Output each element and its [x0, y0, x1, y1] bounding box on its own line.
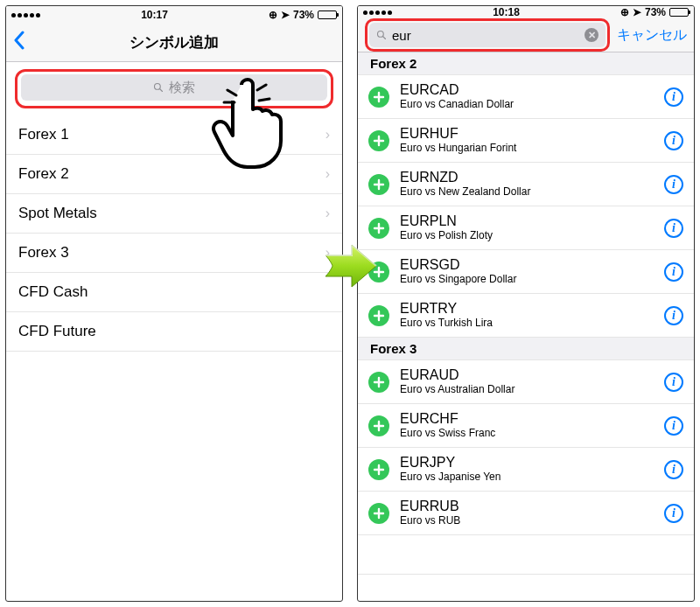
category-row[interactable]: Forex 2› [6, 155, 342, 194]
alarm-icon: ⊕ [269, 9, 277, 21]
search-icon [376, 30, 387, 40]
symbol-row[interactable]: EURNZDEuro vs New Zealand Dollari [358, 163, 694, 206]
category-label: Forex 1 [18, 126, 69, 143]
signal-dots-icon [363, 10, 392, 15]
svg-line-4 [257, 85, 266, 90]
symbol-row[interactable]: EURJPYEuro vs Japanise Yeni [358, 448, 694, 492]
category-row[interactable]: CFD Cash [6, 273, 342, 312]
symbol-code: EURCHF [400, 411, 654, 427]
empty-row [358, 535, 694, 575]
chevron-right-icon: › [326, 206, 330, 221]
info-button[interactable]: i [664, 219, 683, 238]
svg-line-2 [228, 90, 236, 95]
symbol-description: Euro vs Japanise Yen [400, 471, 654, 484]
chevron-right-icon: › [326, 127, 330, 143]
section-header: Forex 3 [358, 338, 694, 360]
symbol-description: Euro vs Turkish Lira [400, 317, 654, 330]
symbol-description: Euro vs Swiss Franc [400, 428, 654, 440]
symbol-row[interactable]: EURRUBEuro vs RUBi [358, 492, 694, 535]
category-row[interactable]: Forex 1› [6, 115, 342, 155]
symbol-description: Euro vs Australian Dollar [400, 384, 654, 396]
phone-left: 10:17 ⊕ ➤ 73% シンボル追加 検索 Forex 1›Forex 2›… [5, 5, 343, 602]
search-icon [153, 82, 164, 93]
search-input[interactable]: eur ✕ [369, 23, 606, 47]
location-icon: ➤ [281, 9, 290, 21]
add-symbol-button[interactable] [368, 305, 389, 326]
symbol-text: EURRUBEuro vs RUB [400, 499, 654, 527]
info-button[interactable]: i [664, 262, 683, 282]
status-time: 10:17 [141, 9, 168, 21]
info-button[interactable]: i [664, 306, 683, 325]
symbol-code: EURSGD [400, 257, 654, 273]
cancel-button[interactable]: キャンセル [617, 26, 687, 45]
nav-bar: シンボル追加 [6, 24, 342, 62]
symbol-text: EURPLNEuro vs Polish Zloty [400, 213, 654, 241]
category-label: CFD Cash [18, 283, 88, 301]
category-row[interactable]: Forex 3› [6, 234, 342, 273]
symbol-results-list: Forex 2EURCADEuro vs Canadian DollariEUR… [358, 52, 694, 602]
arrow-annotation [320, 240, 382, 296]
category-label: Forex 3 [18, 244, 69, 262]
phone-right: 10:18 ⊕ ➤ 73% eur ✕ キャンセル Forex 2EURCADE… [357, 5, 695, 602]
symbol-row[interactable]: EURTRYEuro vs Turkish Lirai [358, 294, 694, 338]
add-symbol-button[interactable] [368, 503, 389, 524]
symbol-code: EURPLN [400, 213, 654, 229]
info-button[interactable]: i [664, 131, 683, 150]
search-highlight-annotation: eur ✕ [365, 18, 610, 52]
symbol-row[interactable]: EURPLNEuro vs Polish Zlotyi [358, 206, 694, 250]
symbol-code: EURHUF [400, 126, 654, 142]
symbol-description: Euro vs Singapore Dollar [400, 274, 654, 286]
category-label: Spot Metals [18, 205, 97, 222]
add-symbol-button[interactable] [368, 372, 389, 393]
symbol-row[interactable]: EURHUFEuro vs Hungarian Forinti [358, 119, 694, 163]
category-label: CFD Future [18, 323, 96, 340]
symbol-code: EURNZD [400, 170, 654, 185]
symbol-description: Euro vs Polish Zloty [400, 230, 654, 242]
back-button[interactable] [13, 31, 24, 55]
symbol-row[interactable]: EURCHFEuro vs Swiss Franci [358, 404, 694, 448]
symbol-description: Euro vs New Zealand Dollar [400, 186, 654, 199]
status-bar: 10:18 ⊕ ➤ 73% [358, 6, 694, 18]
add-symbol-button[interactable] [368, 459, 389, 480]
symbol-row[interactable]: EURAUDEuro vs Australian Dollari [358, 360, 694, 404]
section-header: Forex 2 [358, 52, 694, 75]
category-row[interactable]: CFD Future [6, 312, 342, 352]
symbol-text: EURTRYEuro vs Turkish Lira [400, 301, 654, 329]
clear-search-button[interactable]: ✕ [584, 28, 598, 42]
symbol-code: EURTRY [400, 301, 654, 317]
add-symbol-button[interactable] [368, 130, 389, 151]
symbol-text: EURAUDEuro vs Australian Dollar [400, 367, 654, 395]
alarm-icon: ⊕ [620, 6, 629, 18]
empty-row [358, 575, 694, 602]
symbol-text: EURJPYEuro vs Japanise Yen [400, 455, 654, 483]
symbol-description: Euro vs Hungarian Forint [400, 143, 654, 155]
category-label: Forex 2 [18, 165, 69, 183]
info-button[interactable]: i [664, 460, 683, 479]
add-symbol-button[interactable] [368, 174, 389, 195]
svg-line-7 [383, 37, 386, 39]
symbol-row[interactable]: EURSGDEuro vs Singapore Dollari [358, 250, 694, 294]
category-row[interactable]: Spot Metals› [6, 194, 342, 234]
info-button[interactable]: i [664, 504, 683, 523]
info-button[interactable]: i [664, 373, 683, 392]
symbol-row[interactable]: EURCADEuro vs Canadian Dollari [358, 75, 694, 119]
symbol-code: EURJPY [400, 455, 654, 471]
info-button[interactable]: i [664, 87, 683, 107]
category-list: Forex 1›Forex 2›Spot Metals›Forex 3›CFD … [6, 115, 342, 352]
location-icon: ➤ [633, 6, 641, 18]
symbol-text: EURSGDEuro vs Singapore Dollar [400, 257, 654, 285]
battery-icon [318, 10, 337, 19]
add-symbol-button[interactable] [368, 415, 389, 436]
search-query: eur [392, 28, 579, 43]
add-symbol-button[interactable] [368, 218, 389, 239]
search-bar: eur ✕ キャンセル [358, 18, 694, 52]
symbol-text: EURCADEuro vs Canadian Dollar [400, 82, 654, 110]
chevron-right-icon: › [326, 166, 330, 182]
info-button[interactable]: i [664, 416, 683, 436]
add-symbol-button[interactable] [368, 87, 389, 108]
battery-percent: 73% [645, 6, 666, 18]
status-bar: 10:17 ⊕ ➤ 73% [6, 6, 342, 24]
symbol-description: Euro vs Canadian Dollar [400, 99, 654, 111]
info-button[interactable]: i [664, 175, 683, 194]
symbol-code: EURCAD [400, 82, 654, 98]
